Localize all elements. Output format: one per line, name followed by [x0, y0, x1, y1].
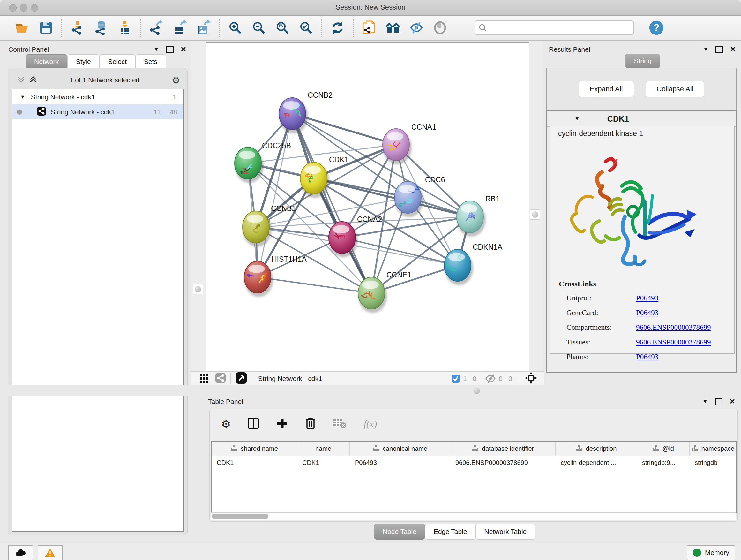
export-image-icon[interactable] [196, 20, 211, 36]
expand-all-button[interactable]: Expand All [579, 81, 634, 98]
refresh-icon[interactable] [330, 20, 345, 36]
horizontal-splitter-handle[interactable] [472, 386, 482, 395]
column-header-description[interactable]: description [556, 442, 637, 455]
column-header--id[interactable]: @id [637, 442, 690, 455]
column-header-name[interactable]: name [297, 442, 350, 455]
search-input[interactable] [487, 24, 633, 32]
collection-count: 1 [173, 93, 177, 101]
results-collapse-icon[interactable]: ▼ [703, 47, 709, 52]
tab-style[interactable]: Style [67, 54, 99, 69]
network-collection-row[interactable]: ▼ String Network - cdk1 1 [12, 89, 184, 105]
table-cell[interactable]: stringdb [690, 456, 736, 469]
expand-all-networks-icon[interactable] [29, 75, 37, 85]
memory-button[interactable]: Memory [687, 545, 735, 560]
collapse-all-networks-icon[interactable] [17, 75, 25, 85]
crosslink-link[interactable]: P06493 [636, 353, 658, 361]
delete-icon[interactable] [305, 417, 316, 431]
import-network-file-icon[interactable] [70, 20, 85, 36]
float-panel-icon[interactable] [166, 46, 174, 53]
results-close-icon[interactable]: ✕ [730, 45, 736, 54]
column-header-shared-name[interactable]: shared name [212, 442, 297, 455]
grid-view-icon[interactable] [199, 373, 209, 385]
cloud-button[interactable] [8, 545, 33, 560]
table-hscrollbar-thumb[interactable] [212, 514, 268, 519]
network-node-cdc25b[interactable] [234, 147, 264, 183]
columns-icon[interactable] [247, 417, 259, 431]
network-node-rb1[interactable] [457, 201, 486, 237]
table-collapse-icon[interactable]: ▼ [703, 399, 708, 405]
table-row[interactable]: CDK1CDK1P064939606.ENSP00000378699cyclin… [212, 456, 736, 469]
search-field[interactable] [475, 20, 634, 35]
crosslink-link[interactable]: P06493 [636, 309, 658, 317]
node-table[interactable]: shared namenamecanonical namedatabase id… [211, 441, 737, 513]
table-gear-icon[interactable]: ⚙ [221, 418, 231, 430]
tab-node-table[interactable]: Node Table [374, 523, 425, 540]
string-import-icon[interactable] [361, 20, 377, 36]
zoom-fit-icon[interactable] [275, 20, 290, 36]
network-node-ccne1[interactable] [358, 277, 387, 313]
network-row[interactable]: String Network - cdk1 11 48 [12, 105, 184, 119]
add-column-icon[interactable] [276, 417, 288, 431]
show-all-icon[interactable] [432, 20, 448, 36]
network-node-cdk1[interactable] [300, 162, 329, 198]
tab-sets[interactable]: Sets [135, 54, 166, 69]
collapse-all-button[interactable]: Collapse All [646, 81, 704, 98]
network-node-ccna2[interactable] [329, 222, 358, 257]
crosshair-icon[interactable] [525, 372, 537, 386]
tab-network-table[interactable]: Network Table [476, 523, 536, 540]
column-header-canonical-name[interactable]: canonical name [350, 442, 450, 455]
crosslink-link[interactable]: 9606.ENSP00000378699 [636, 338, 711, 347]
column-header-namespace[interactable]: namespace [690, 442, 736, 455]
selected-checkbox-icon[interactable] [451, 374, 461, 383]
save-session-icon[interactable] [38, 20, 54, 36]
zoom-out-icon[interactable] [251, 20, 266, 36]
import-table-file-icon[interactable] [117, 20, 132, 36]
network-canvas[interactable]: CCNB2CCNA1CDC25BCDK1CDC6RB1CCNB1CCNA2CDK… [206, 43, 529, 372]
results-float-icon[interactable] [716, 46, 723, 53]
table-close-icon[interactable]: ✕ [730, 397, 735, 406]
collapse-panel-icon[interactable]: ▼ [154, 47, 159, 52]
open-session-icon[interactable] [15, 20, 30, 36]
crosslink-link[interactable]: P06493 [636, 294, 658, 302]
tab-network[interactable]: Network [25, 54, 67, 69]
table-float-icon[interactable] [715, 398, 723, 406]
table-cell[interactable]: 9606.ENSP00000378699 [450, 456, 556, 469]
export-network-icon[interactable] [149, 20, 164, 36]
table-panel-header: Table Panel ▼ ✕ [208, 398, 741, 406]
crosslink-link[interactable]: 9606.ENSP00000378699 [636, 323, 711, 332]
share-view-icon[interactable] [215, 373, 226, 385]
close-panel-icon[interactable]: ✕ [181, 45, 186, 54]
import-network-database-icon[interactable] [93, 20, 109, 36]
table-cell[interactable]: CDK1 [212, 456, 297, 469]
table-cell[interactable]: CDK1 [297, 456, 350, 469]
table-cell[interactable]: cyclin-dependent ... [556, 456, 637, 469]
warning-button[interactable] [38, 545, 63, 560]
birdseye-icon[interactable] [235, 372, 247, 386]
export-table-icon[interactable] [172, 20, 188, 36]
network-node-cdkn1a[interactable] [444, 249, 473, 285]
column-header-database-identifier[interactable]: database identifier [450, 442, 556, 455]
network-options-gear-icon[interactable]: ⚙ [172, 75, 180, 86]
tab-string[interactable]: String [625, 54, 660, 68]
network-node-hist1h1a[interactable] [244, 261, 273, 297]
zoom-in-icon[interactable] [227, 20, 243, 36]
zoom-selected-icon[interactable] [298, 20, 314, 36]
tab-edge-table[interactable]: Edge Table [425, 523, 476, 540]
collection-expander-icon[interactable]: ▼ [20, 94, 25, 100]
help-icon[interactable]: ? [649, 20, 664, 36]
table-cell[interactable]: P06493 [350, 456, 450, 469]
string-home-icon[interactable] [385, 20, 401, 36]
crosslinks-title: CrossLinks [559, 280, 734, 288]
network-node-ccnb2[interactable] [279, 98, 308, 133]
hide-selected-icon[interactable] [409, 20, 424, 36]
table-hscrollbar[interactable] [211, 512, 736, 520]
right-splitter-handle[interactable] [530, 209, 540, 220]
delete-table-icon[interactable] [333, 418, 347, 430]
hidden-eye-icon[interactable] [485, 374, 496, 383]
function-builder-icon[interactable]: f(x) [363, 419, 377, 429]
node-entry-expander-icon[interactable]: ▼ [575, 116, 580, 122]
network-node-ccna1[interactable] [383, 129, 412, 165]
table-cell[interactable]: stringdb:9... [637, 456, 690, 469]
left-splitter-handle[interactable] [193, 284, 203, 294]
tab-select[interactable]: Select [99, 54, 135, 69]
